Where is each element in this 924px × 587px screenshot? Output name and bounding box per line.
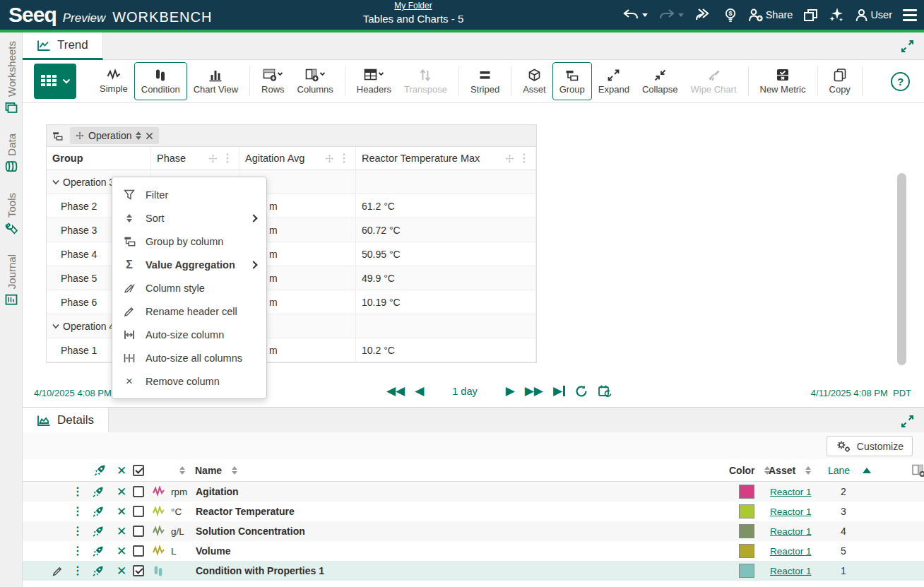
kebab-icon[interactable]: ⋮ [72,506,83,517]
breadcrumb-my-folder[interactable]: My Folder [394,1,432,11]
tab-trend[interactable]: Trend [23,32,103,60]
details-row-volume[interactable]: ⋮ ✕ L Volume Reactor 1 5 [23,541,924,561]
kebab-icon[interactable]: ⋮ [72,545,83,557]
sidebar-item-journal[interactable]: Journal [5,254,18,306]
details-row-reactor-temperature[interactable]: ⋮ ✕ °C Reactor Temperature Reactor 1 3 [23,502,924,521]
menu-item-remove-column[interactable]: × Remove column [112,369,266,393]
color-header[interactable]: Color [729,459,770,482]
details-expand-button[interactable] [901,415,914,431]
ai-assistant-button[interactable] [829,7,844,23]
row-checkbox[interactable] [133,545,144,557]
step-to-end-button[interactable]: ▶ [553,385,565,397]
range-start[interactable]: 4/10/2025 4:08 PM [34,388,112,398]
details-row-agitation[interactable]: ⋮ ✕ rpm Agitation Reactor 1 2 [23,482,924,502]
menu-item-sort[interactable]: Sort [112,206,266,230]
row-checkbox[interactable] [133,486,144,497]
color-swatch[interactable] [739,524,754,538]
toolbar-item-wipe-chart[interactable]: Wipe Chart [684,62,742,100]
pricing-button[interactable]: $ [723,8,738,22]
send-to-icon[interactable] [92,565,104,577]
kebab-icon[interactable]: ⋮ [72,526,83,537]
send-to-header-icon[interactable] [93,459,106,482]
main-menu-button[interactable] [903,9,917,21]
remove-icon[interactable]: ✕ [117,545,126,557]
asset-link[interactable]: Reactor 1 [770,546,812,557]
column-header-reactor-temperature-max[interactable]: Reactor Temperature Max ⋮ [356,147,536,170]
add-column-button[interactable] [911,459,924,482]
name-header[interactable]: Name [195,459,222,482]
sidebar-item-data[interactable]: Data [5,134,18,173]
help-button[interactable]: ? [891,72,910,91]
toolbar-item-simple[interactable]: Simple [93,62,134,100]
kebab-icon[interactable]: ⋮ [72,565,83,576]
tag-sort-icon[interactable] [136,131,141,140]
move-icon[interactable] [208,154,218,163]
worksheets-panel-button[interactable] [803,8,818,22]
user-menu-button[interactable]: User [855,8,892,22]
details-row-solution-concentration[interactable]: ⋮ ✕ g/L Solution Concentration Reactor 1… [23,521,924,541]
toolbar-item-striped[interactable]: Striped [464,62,506,100]
row-checkbox[interactable] [133,526,144,537]
sidebar-item-tools[interactable]: Tools [5,193,18,235]
asset-link[interactable]: Reactor 1 [770,487,812,497]
color-swatch[interactable] [739,544,754,558]
move-icon[interactable] [325,154,334,163]
toolbar-item-transpose[interactable]: Transpose [398,62,454,100]
tab-details[interactable]: Details [23,408,109,435]
send-to-icon[interactable] [92,526,104,538]
menu-item-auto-size-all-columns[interactable]: Auto-size all columns [112,346,266,369]
toolbar-item-columns[interactable]: Columns [291,62,340,100]
asset-link[interactable]: Reactor 1 [770,566,812,576]
menu-item-column-style[interactable]: Column style [112,276,266,300]
remove-icon[interactable]: ✕ [117,486,126,498]
kebab-icon[interactable]: ⋮ [72,486,83,497]
toolbar-item-expand[interactable]: Expand [592,62,636,100]
toolbar-item-headers[interactable]: Headers [350,62,398,100]
column-menu-icon[interactable]: ⋮ [519,153,530,164]
group-tag-operation[interactable]: Operation [70,127,159,144]
column-menu-icon[interactable]: ⋮ [222,153,233,164]
toolbar-item-group[interactable]: Group [552,62,592,100]
asset-link[interactable]: Reactor 1 [770,506,812,517]
lane-header[interactable]: Lane [828,459,871,482]
step-forward-button[interactable]: ▶ [506,385,515,397]
seeq-logo[interactable]: Seeq Preview WORKBENCH [8,3,212,27]
sidebar-item-worksheets[interactable]: Worksheets [5,41,18,114]
row-checkbox[interactable] [133,565,144,576]
auto-update-icon[interactable] [598,384,612,398]
menu-item-value-aggregation[interactable]: Σ Value Aggregation [112,253,266,276]
details-row-condition-with-properties[interactable]: ⋮ ✕ Condition with Properties 1 Reactor … [23,561,924,581]
range-duration[interactable]: 1 day [452,386,477,397]
color-swatch[interactable] [739,504,754,518]
sort-unit-header[interactable] [179,459,185,482]
menu-item-filter[interactable]: Filter [112,183,266,206]
menu-item-group-by-column[interactable]: Group by column [112,230,266,253]
toolbar-item-collapse[interactable]: Collapse [636,62,685,100]
trend-expand-button[interactable] [901,40,914,56]
forward-button[interactable] [694,8,713,21]
toolbar-item-copy[interactable]: Copy [823,62,857,100]
menu-item-rename-header-cell[interactable]: Rename header cell [112,300,266,323]
vertical-scrollbar[interactable] [897,173,906,365]
color-swatch[interactable] [739,564,754,578]
step-forward-much-button[interactable]: ▶▶ [525,385,543,397]
remove-all-header-icon[interactable]: ✕ [117,459,126,482]
step-back-button[interactable]: ◀ [415,385,424,397]
range-end[interactable]: 4/11/2025 4:08 PM PDT [811,388,911,398]
toolbar-item-rows[interactable]: Rows [255,62,291,100]
chevron-down-icon[interactable] [52,179,59,185]
send-to-icon[interactable] [92,545,104,557]
remove-icon[interactable]: ✕ [117,565,126,577]
share-button[interactable]: Share [748,8,793,22]
send-to-icon[interactable] [92,506,104,518]
toolbar-item-chart-view[interactable]: Chart View [187,62,244,100]
menu-item-auto-size-column[interactable]: Auto-size column [112,323,266,346]
asset-header[interactable]: Asset [769,459,811,482]
refresh-icon[interactable] [575,385,588,398]
edit-pencil-icon[interactable] [52,566,63,576]
color-swatch[interactable] [739,485,754,499]
select-all-checkbox[interactable] [133,459,144,482]
undo-button[interactable] [622,8,648,21]
table-type-menu-button[interactable] [34,64,76,99]
toolbar-item-asset[interactable]: Asset [516,62,552,100]
